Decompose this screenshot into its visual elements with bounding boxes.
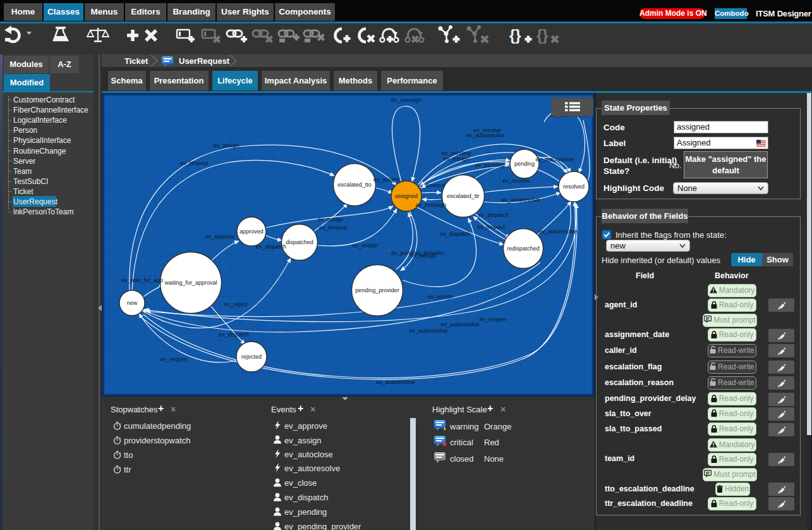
- svg-text:ev_autoresolve: ev_autoresolve: [501, 197, 540, 203]
- svg-text:waiting_for_approval: waiting_for_approval: [164, 280, 217, 286]
- svg-text:ev_reopen: ev_reopen: [480, 316, 507, 323]
- svg-text:redispatched: redispatched: [507, 245, 540, 252]
- svg-text:ev_dispatch: ev_dispatch: [440, 231, 470, 237]
- svg-text:ev_pending: ev_pending: [475, 162, 505, 168]
- svg-text:ev_resolve: ev_resolve: [502, 178, 530, 184]
- svg-text:ev_autoresolve: ev_autoresolve: [409, 328, 447, 334]
- svg-text:approved: approved: [239, 228, 264, 235]
- svg-text:ev_timeout: ev_timeout: [417, 182, 445, 188]
- svg-text:ev_timeout: ev_timeout: [319, 225, 348, 231]
- svg-text:ev_dispatch: ev_dispatch: [478, 212, 509, 218]
- svg-text:ev_assign: ev_assign: [428, 293, 454, 300]
- svg-text:ev_timeout: ev_timeout: [477, 224, 506, 230]
- svg-text:ev_assign: ev_assign: [411, 252, 437, 259]
- svg-text:ev_dispatch: ev_dispatch: [219, 331, 249, 338]
- svg-text:ev_autoresolve: ev_autoresolve: [538, 228, 577, 235]
- svg-text:ev_reassign: ev_reassign: [391, 97, 422, 103]
- svg-text:ev_assign: ev_assign: [214, 142, 239, 149]
- svg-text:ev_autoresolve: ev_autoresolve: [466, 132, 504, 139]
- svg-text:resolved: resolved: [563, 183, 585, 190]
- svg-text:rejected: rejected: [241, 354, 262, 360]
- svg-text:{}: {}: [536, 27, 548, 44]
- svg-text:ev_autoresolve: ev_autoresolve: [376, 379, 415, 385]
- svg-text:pending_provider: pending_provider: [355, 287, 399, 293]
- svg-text:{}: {}: [509, 27, 521, 44]
- svg-text:ev_reassign: ev_reassign: [416, 202, 447, 208]
- svg-text:ev_reject: ev_reject: [224, 301, 248, 307]
- svg-text:ev_timeout: ev_timeout: [180, 160, 209, 166]
- svg-text:assigned: assigned: [395, 193, 418, 199]
- svg-text:ev_autoresolve: ev_autoresolve: [535, 156, 574, 163]
- svg-text:ev_wait_for_app: ev_wait_for_app: [121, 277, 163, 283]
- svg-text:ev_assign: ev_assign: [444, 156, 470, 162]
- svg-text:ev_autoresolve: ev_autoresolve: [440, 321, 479, 328]
- svg-text:dispatched: dispatched: [286, 239, 313, 245]
- svg-text:ev_approve: ev_approve: [205, 233, 234, 240]
- svg-text:ev_assign: ev_assign: [353, 242, 379, 249]
- svg-text:ev_dispatch: ev_dispatch: [256, 243, 286, 250]
- svg-text:escalated_ttr: escalated_ttr: [447, 193, 480, 199]
- svg-text:pending: pending: [514, 161, 535, 167]
- svg-text:new: new: [127, 300, 138, 306]
- svg-text:escalated_tto: escalated_tto: [337, 182, 372, 188]
- svg-text:ev_reopen: ev_reopen: [161, 356, 188, 362]
- svg-text:ev_assign: ev_assign: [373, 176, 399, 183]
- svg-text:ev_assign: ev_assign: [318, 216, 344, 223]
